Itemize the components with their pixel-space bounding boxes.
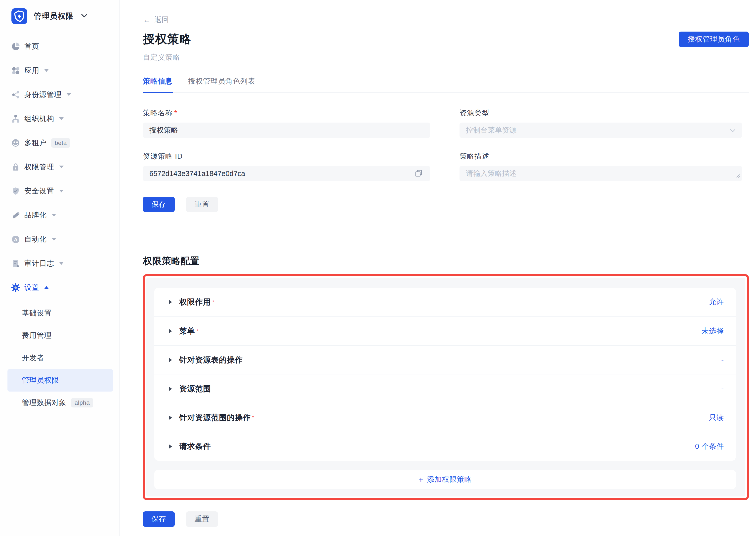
reset-button[interactable]: 重置 xyxy=(186,197,218,212)
policy-description-textarea[interactable]: 请输入策略描述 xyxy=(459,166,742,181)
sidebar-nav: 首页 应用 xyxy=(0,34,119,414)
automation-icon: A xyxy=(11,235,20,244)
sidebar-item-admin-permissions[interactable]: 管理员权限 xyxy=(8,369,113,391)
back-button[interactable]: ← 返回 xyxy=(143,15,169,25)
required-asterisk: * xyxy=(252,416,254,420)
save-button-bottom[interactable]: 保存 xyxy=(143,511,175,527)
tab-policy-info[interactable]: 策略信息 xyxy=(143,76,173,93)
org-tree-icon xyxy=(11,114,20,123)
field-policy-id: 资源策略 ID 6572d143e3741a1847e0d7ca xyxy=(143,151,430,181)
tenants-icon xyxy=(11,138,20,148)
chevron-down-icon xyxy=(730,126,736,135)
sidebar-item-developer[interactable]: 开发者 xyxy=(0,347,119,369)
alpha-badge: alpha xyxy=(71,398,93,408)
chevron-up-icon xyxy=(44,286,49,289)
form-actions: 保存 重置 xyxy=(143,197,749,212)
sidebar-item-home[interactable]: 首页 xyxy=(0,34,119,58)
caret-right-icon[interactable] xyxy=(169,329,172,333)
policy-row-resource-scope-actions[interactable]: 针对资源范围的操作 * 只读 xyxy=(154,403,736,432)
sidebar-item-settings[interactable]: 设置 xyxy=(0,276,119,300)
field-policy-name: 策略名称* 授权策略 xyxy=(143,108,430,138)
tab-bar: 策略信息 授权管理员角色列表 xyxy=(143,76,749,93)
lock-icon xyxy=(11,162,20,172)
sidebar-item-multi-tenant[interactable]: 多租户 beta xyxy=(0,131,119,155)
sidebar-item-automation[interactable]: A 自动化 xyxy=(0,227,119,251)
chevron-down-icon xyxy=(59,262,64,265)
policy-config-section-title: 权限策略配置 xyxy=(143,255,749,267)
caret-right-icon[interactable] xyxy=(169,358,172,362)
resize-grip-icon[interactable] xyxy=(735,172,740,180)
caret-right-icon[interactable] xyxy=(169,300,172,304)
pie-chart-icon xyxy=(11,42,20,51)
tab-authorized-admin-roles[interactable]: 授权管理员角色列表 xyxy=(188,76,255,92)
caret-right-icon[interactable] xyxy=(169,387,172,391)
row-value-link[interactable]: 0 个条件 xyxy=(695,442,724,452)
row-value-link[interactable]: 未选择 xyxy=(702,326,724,336)
policy-row-request-conditions[interactable]: 请求条件 0 个条件 xyxy=(154,432,736,461)
chevron-down-icon xyxy=(52,238,56,241)
policy-row-resource-table-actions[interactable]: 针对资源表的操作 - xyxy=(154,345,736,374)
page-title: 授权策略 xyxy=(143,31,749,47)
placeholder-text: 请输入策略描述 xyxy=(466,169,517,179)
sidebar-item-branding[interactable]: 品牌化 xyxy=(0,203,119,227)
resource-type-select[interactable]: 控制台菜单资源 xyxy=(459,122,742,138)
sidebar-item-permissions[interactable]: 权限管理 xyxy=(0,155,119,179)
chevron-down-icon xyxy=(59,166,64,168)
sidebar-item-basic-settings[interactable]: 基础设置 xyxy=(0,302,119,324)
add-policy-button[interactable]: + 添加权限策略 xyxy=(154,470,736,489)
policy-row-effect[interactable]: 权限作用 * 允许 xyxy=(154,288,736,317)
sidebar-item-audit-logs[interactable]: 审计日志 xyxy=(0,251,119,276)
required-asterisk: * xyxy=(197,329,198,333)
copy-icon[interactable] xyxy=(414,169,424,179)
required-asterisk: * xyxy=(212,300,214,304)
back-arrow-icon: ← xyxy=(143,16,151,24)
sidebar-item-security[interactable]: 安全设置 xyxy=(0,179,119,203)
caret-right-icon[interactable] xyxy=(169,445,172,449)
settings-subnav: 基础设置 费用管理 开发者 管理员权限 管理数据对象 alpha xyxy=(0,302,119,414)
sidebar-item-billing[interactable]: 费用管理 xyxy=(0,324,119,347)
chevron-down-icon xyxy=(59,117,64,120)
row-value-link[interactable]: - xyxy=(721,385,724,393)
caret-right-icon[interactable] xyxy=(169,416,172,419)
red-annotation-highlight: 权限作用 * 允许 菜单 * 未选择 xyxy=(143,274,749,500)
apps-icon xyxy=(11,66,20,75)
required-asterisk: * xyxy=(174,109,177,117)
chevron-down-icon xyxy=(52,214,56,217)
page-subtitle: 自定义策略 xyxy=(143,52,749,62)
policy-row-menu[interactable]: 菜单 * 未选择 xyxy=(154,317,736,345)
field-policy-description: 策略描述 请输入策略描述 xyxy=(459,151,742,181)
policy-name-input[interactable]: 授权策略 xyxy=(143,122,430,138)
audit-log-icon xyxy=(11,259,20,268)
save-button[interactable]: 保存 xyxy=(143,197,175,212)
policy-row-resource-scope[interactable]: 资源范围 - xyxy=(154,374,736,403)
app-switcher[interactable]: 管理员权限 xyxy=(0,8,119,24)
sidebar-item-organization[interactable]: 组织机构 xyxy=(0,107,119,131)
gear-icon xyxy=(11,283,20,292)
svg-text:A: A xyxy=(14,237,17,242)
bottom-actions: 保存 重置 xyxy=(143,511,749,527)
chevron-down-icon xyxy=(59,190,64,192)
app-title: 管理员权限 xyxy=(34,11,74,21)
shield-check-icon xyxy=(11,186,20,196)
sidebar-item-managed-data-objects[interactable]: 管理数据对象 alpha xyxy=(0,391,119,414)
reset-button-bottom[interactable]: 重置 xyxy=(186,511,218,527)
plus-icon: + xyxy=(419,475,424,484)
chevron-down-icon xyxy=(67,93,71,96)
row-value-link[interactable]: - xyxy=(721,356,724,364)
policy-id-input[interactable]: 6572d143e3741a1847e0d7ca xyxy=(143,166,430,181)
sidebar-item-apps[interactable]: 应用 xyxy=(0,58,119,83)
main-content: ← 返回 授权管理员角色 授权策略 自定义策略 策略信息 授权管理员角色列表 策… xyxy=(119,0,756,536)
page: 管理员权限 首页 xyxy=(0,0,756,536)
row-value-link[interactable]: 只读 xyxy=(709,413,724,423)
authorize-admin-role-button[interactable]: 授权管理员角色 xyxy=(679,32,749,47)
policy-config-panel: 权限作用 * 允许 菜单 * 未选择 xyxy=(146,278,745,496)
policy-form: 策略名称* 授权策略 资源类型 控制台菜单资源 资源策略 ID 6572d143… xyxy=(143,108,749,181)
chevron-down-icon xyxy=(44,69,49,72)
app-logo-shield-icon xyxy=(12,8,27,24)
beta-badge: beta xyxy=(51,138,70,148)
field-resource-type: 资源类型 控制台菜单资源 xyxy=(459,108,742,138)
share-icon xyxy=(11,90,20,99)
row-value-link[interactable]: 允许 xyxy=(709,297,724,307)
sidebar-item-identity-sources[interactable]: 身份源管理 xyxy=(0,83,119,107)
chevron-down-icon xyxy=(81,14,87,19)
